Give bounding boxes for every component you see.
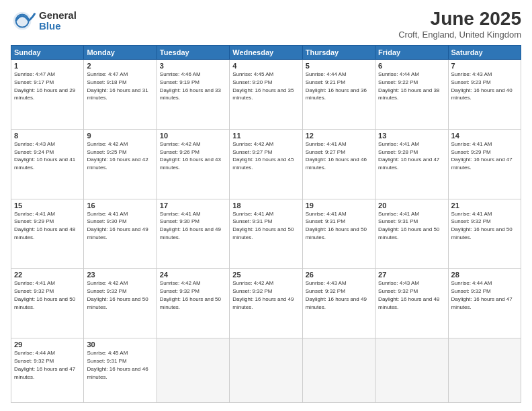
day-27: 27Sunrise: 4:43 AMSunset: 9:32 PMDayligh… (375, 269, 448, 338)
empty-cell (302, 338, 375, 403)
day-19: 19Sunrise: 4:41 AMSunset: 9:31 PMDayligh… (302, 199, 375, 269)
page: General Blue June 2025 Croft, England, U… (0, 0, 532, 411)
logo-blue: Blue (39, 21, 77, 32)
col-saturday: Saturday (448, 46, 521, 60)
day-23: 23Sunrise: 4:42 AMSunset: 9:32 PMDayligh… (84, 269, 157, 338)
col-wednesday: Wednesday (230, 46, 302, 60)
day-29: 29Sunrise: 4:44 AMSunset: 9:32 PMDayligh… (11, 338, 84, 403)
day-26: 26Sunrise: 4:43 AMSunset: 9:32 PMDayligh… (302, 269, 375, 338)
day-10: 10Sunrise: 4:42 AMSunset: 9:26 PMDayligh… (157, 129, 229, 199)
day-2: 2Sunrise: 4:47 AMSunset: 9:18 PMDaylight… (84, 60, 157, 130)
logo-general: General (39, 10, 77, 21)
col-tuesday: Tuesday (157, 46, 229, 60)
day-16: 16Sunrise: 4:41 AMSunset: 9:30 PMDayligh… (84, 199, 157, 269)
day-14: 14Sunrise: 4:41 AMSunset: 9:29 PMDayligh… (448, 129, 521, 199)
day-17: 17Sunrise: 4:41 AMSunset: 9:30 PMDayligh… (157, 199, 229, 269)
location-title: Croft, England, United Kingdom (398, 30, 521, 40)
col-sunday: Sunday (11, 46, 84, 60)
empty-cell (230, 338, 302, 403)
day-28: 28Sunrise: 4:44 AMSunset: 9:32 PMDayligh… (448, 269, 521, 338)
day-3: 3Sunrise: 4:46 AMSunset: 9:19 PMDaylight… (157, 60, 229, 130)
day-9: 9Sunrise: 4:42 AMSunset: 9:25 PMDaylight… (84, 129, 157, 199)
col-thursday: Thursday (302, 46, 375, 60)
day-5: 5Sunrise: 4:44 AMSunset: 9:21 PMDaylight… (302, 60, 375, 130)
logo-icon (11, 8, 36, 34)
calendar-week-4: 22Sunrise: 4:41 AMSunset: 9:32 PMDayligh… (11, 269, 521, 338)
day-22: 22Sunrise: 4:41 AMSunset: 9:32 PMDayligh… (11, 269, 84, 338)
calendar-table: Sunday Monday Tuesday Wednesday Thursday… (11, 45, 521, 403)
logo: General Blue (11, 8, 77, 34)
day-6: 6Sunrise: 4:44 AMSunset: 9:22 PMDaylight… (375, 60, 448, 130)
header: General Blue June 2025 Croft, England, U… (11, 8, 521, 40)
empty-cell (157, 338, 229, 403)
day-30: 30Sunrise: 4:45 AMSunset: 9:31 PMDayligh… (84, 338, 157, 403)
day-12: 12Sunrise: 4:41 AMSunset: 9:27 PMDayligh… (302, 129, 375, 199)
day-25: 25Sunrise: 4:42 AMSunset: 9:32 PMDayligh… (230, 269, 302, 338)
day-18: 18Sunrise: 4:41 AMSunset: 9:31 PMDayligh… (230, 199, 302, 269)
calendar-week-5: 29Sunrise: 4:44 AMSunset: 9:32 PMDayligh… (11, 338, 521, 403)
day-8: 8Sunrise: 4:43 AMSunset: 9:24 PMDaylight… (11, 129, 84, 199)
calendar-week-2: 8Sunrise: 4:43 AMSunset: 9:24 PMDaylight… (11, 129, 521, 199)
calendar-week-1: 1Sunrise: 4:47 AMSunset: 9:17 PMDaylight… (11, 60, 521, 130)
col-monday: Monday (84, 46, 157, 60)
day-21: 21Sunrise: 4:41 AMSunset: 9:32 PMDayligh… (448, 199, 521, 269)
day-4: 4Sunrise: 4:45 AMSunset: 9:20 PMDaylight… (230, 60, 302, 130)
day-7: 7Sunrise: 4:43 AMSunset: 9:23 PMDaylight… (448, 60, 521, 130)
day-24: 24Sunrise: 4:42 AMSunset: 9:32 PMDayligh… (157, 269, 229, 338)
day-13: 13Sunrise: 4:41 AMSunset: 9:28 PMDayligh… (375, 129, 448, 199)
calendar-header-row: Sunday Monday Tuesday Wednesday Thursday… (11, 46, 521, 60)
day-1: 1Sunrise: 4:47 AMSunset: 9:17 PMDaylight… (11, 60, 84, 130)
empty-cell (448, 338, 521, 403)
day-11: 11Sunrise: 4:42 AMSunset: 9:27 PMDayligh… (230, 129, 302, 199)
title-block: June 2025 Croft, England, United Kingdom (398, 8, 521, 40)
empty-cell (375, 338, 448, 403)
day-15: 15Sunrise: 4:41 AMSunset: 9:29 PMDayligh… (11, 199, 84, 269)
day-20: 20Sunrise: 4:41 AMSunset: 9:31 PMDayligh… (375, 199, 448, 269)
calendar-week-3: 15Sunrise: 4:41 AMSunset: 9:29 PMDayligh… (11, 199, 521, 269)
month-title: June 2025 (398, 8, 521, 30)
logo-text: General Blue (39, 10, 77, 32)
col-friday: Friday (375, 46, 448, 60)
